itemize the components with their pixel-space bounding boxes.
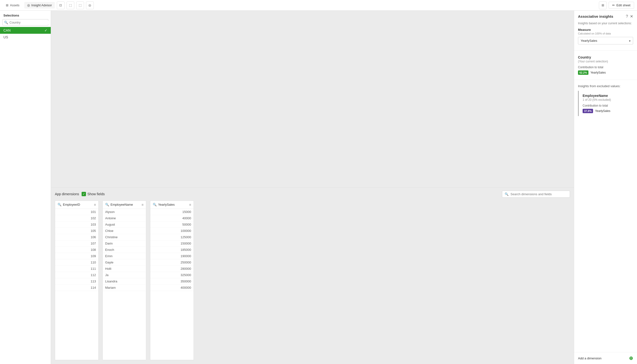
edit-sheet-button[interactable]: ✏ Edit sheet xyxy=(608,2,634,9)
insight-advisor-tab-label: Insight Advisor xyxy=(31,4,52,7)
selections-header: Selections xyxy=(0,11,51,19)
country-search-box: 🔍 ≡ ✕ xyxy=(2,19,48,26)
table-row[interactable]: 125000 xyxy=(150,234,194,240)
dim-search-input[interactable] xyxy=(510,192,567,196)
left-panel: Selections 🔍 ≡ ✕ CAN US xyxy=(0,11,51,364)
table-row[interactable]: 107 xyxy=(55,240,98,247)
contribution-bar-2: 37.8% YearlySales xyxy=(582,109,629,113)
table-row[interactable]: 111 xyxy=(55,266,98,272)
table-row[interactable]: 103 xyxy=(55,222,98,228)
table-row[interactable]: 106 xyxy=(55,234,98,240)
contribution-label-1: Contribution to total xyxy=(578,66,633,69)
table-row[interactable]: 105 xyxy=(55,228,98,234)
measure-select[interactable]: YearlySales xyxy=(578,37,633,44)
table-row[interactable]: Alyson xyxy=(103,209,146,215)
focus-tool-btn[interactable]: ◎ xyxy=(86,2,94,9)
employee-name-menu-icon[interactable]: ≡ xyxy=(142,203,144,207)
topbar-right: ⊞ ✏ Edit sheet xyxy=(599,2,634,9)
table-row[interactable]: August xyxy=(103,222,146,228)
us-value: US xyxy=(4,35,8,39)
yearly-sales-menu-icon[interactable]: ≡ xyxy=(189,203,191,207)
table-row[interactable]: 109 xyxy=(55,253,98,259)
excluded-section-label: Insights from excluded values: xyxy=(574,82,637,89)
us-list-item[interactable]: US xyxy=(0,34,51,40)
add-dimension-label: Add a dimension xyxy=(578,356,602,360)
excluded-card-title: EmployeeName xyxy=(582,94,629,98)
excluded-insight-card: EmployeeName 1 of 20 (5% excluded) Contr… xyxy=(578,91,633,116)
canvas-area xyxy=(51,11,574,188)
excluded-card-subtitle: 1 of 20 (5% excluded) xyxy=(582,98,629,102)
table-row[interactable]: Ja xyxy=(103,272,146,278)
close-panel-btn[interactable]: ✕ xyxy=(630,14,633,19)
insight-icon: ◎ xyxy=(27,4,30,7)
measure-select-wrapper: YearlySales xyxy=(578,37,633,44)
table-row[interactable]: Antoine xyxy=(103,215,146,222)
can-list-item[interactable]: CAN xyxy=(0,27,51,34)
employee-name-label: EmployeeName xyxy=(110,203,140,206)
insight-advisor-tab[interactable]: ◎ Insight Advisor xyxy=(24,2,55,8)
country-search-input[interactable] xyxy=(10,21,50,24)
selection-tool-btn[interactable]: ⊡ xyxy=(57,2,64,9)
contribution-bar-1: 62.2% YearlySales xyxy=(578,70,633,75)
table-row[interactable]: 185000 xyxy=(150,247,194,253)
table-row[interactable]: 113 xyxy=(55,278,98,284)
employee-id-label: EmployeeID xyxy=(63,203,92,206)
table-row[interactable]: Chloe xyxy=(103,228,146,234)
grid-icon: ⊞ xyxy=(6,4,8,7)
table-row[interactable]: 102 xyxy=(55,215,98,222)
assets-tab[interactable]: ⊞ Assets xyxy=(3,2,22,8)
table-row[interactable]: Lisandra xyxy=(103,278,146,284)
table-row[interactable]: 150000 xyxy=(150,240,194,247)
right-panel-header: Associative insights ? ✕ xyxy=(574,11,637,21)
table-row[interactable]: 15000 xyxy=(150,209,194,215)
table-row[interactable]: 108 xyxy=(55,247,98,253)
table-row[interactable]: Gayle xyxy=(103,259,146,266)
table-row[interactable]: 114 xyxy=(55,284,98,291)
employee-id-table: 🔍 EmployeeID ≡ 101 102 103 105 106 107 1… xyxy=(55,200,98,360)
table-row[interactable]: Mariam xyxy=(103,284,146,291)
table-row[interactable]: 112 xyxy=(55,272,98,278)
pencil-icon: ✏ xyxy=(612,4,615,7)
measure-section: Measure Calculated on 100% of data Yearl… xyxy=(574,28,637,48)
employee-id-search-icon: 🔍 xyxy=(58,203,62,206)
table-row[interactable]: 400000 xyxy=(150,284,194,291)
right-panel: Associative insights ? ✕ Insights based … xyxy=(574,11,637,364)
main-layout: Selections 🔍 ≡ ✕ CAN US App dimensions ✓ xyxy=(0,11,637,364)
table-row[interactable]: 100000 xyxy=(150,228,194,234)
table-row[interactable]: 101 xyxy=(55,209,98,215)
yearly-sales-label: YearlySales xyxy=(158,203,188,206)
table-row[interactable]: Erinn xyxy=(103,253,146,259)
add-dimension-bar: Add a dimension ⊕ xyxy=(574,352,637,364)
measure-sublabel: Calculated on 100% of data xyxy=(578,32,633,35)
table-row[interactable]: Holli xyxy=(103,266,146,272)
search-icon: 🔍 xyxy=(4,21,8,24)
country-card-subtitle: (Your current selection) xyxy=(578,60,633,63)
table-row[interactable]: 280000 xyxy=(150,266,194,272)
table-row[interactable]: 40000 xyxy=(150,215,194,222)
bottom-section: App dimensions ✓ Show fields 🔍 🔍 xyxy=(51,188,574,364)
table-row[interactable]: Christine xyxy=(103,234,146,240)
employee-id-menu-icon[interactable]: ≡ xyxy=(94,203,96,207)
dim-search-box: 🔍 xyxy=(502,190,570,198)
yearly-sales-table: 🔍 YearlySales ≡ 15000 40000 50000 100000… xyxy=(150,200,194,360)
range-tool-btn[interactable]: ⬚ xyxy=(76,2,84,9)
lasso-tool-btn[interactable]: ⬚ xyxy=(66,2,74,9)
edit-sheet-label: Edit sheet xyxy=(616,4,630,7)
divider-2 xyxy=(574,80,637,80)
grid-view-btn[interactable]: ⊞ xyxy=(599,2,607,9)
table-row[interactable]: 190000 xyxy=(150,253,194,259)
table-row[interactable]: 50000 xyxy=(150,222,194,228)
table-row[interactable]: 250000 xyxy=(150,259,194,266)
table-row[interactable]: 325000 xyxy=(150,272,194,278)
table-row[interactable]: 350000 xyxy=(150,278,194,284)
selected-checkmark xyxy=(44,28,47,32)
help-icon-btn[interactable]: ? xyxy=(626,14,628,19)
topbar: ⊞ Assets ◎ Insight Advisor ⊡ ⬚ ⬚ ◎ ⊞ ✏ E… xyxy=(0,0,637,11)
table-row[interactable]: Enoch xyxy=(103,247,146,253)
table-row[interactable]: Darin xyxy=(103,240,146,247)
show-fields-toggle[interactable]: ✓ Show fields xyxy=(82,192,105,196)
add-dimension-btn[interactable]: ⊕ xyxy=(629,355,633,361)
table-row[interactable]: 110 xyxy=(55,259,98,266)
employee-name-table: 🔍 EmployeeName ≡ Alyson Antoine August C… xyxy=(102,200,146,360)
divider-1 xyxy=(574,50,637,50)
